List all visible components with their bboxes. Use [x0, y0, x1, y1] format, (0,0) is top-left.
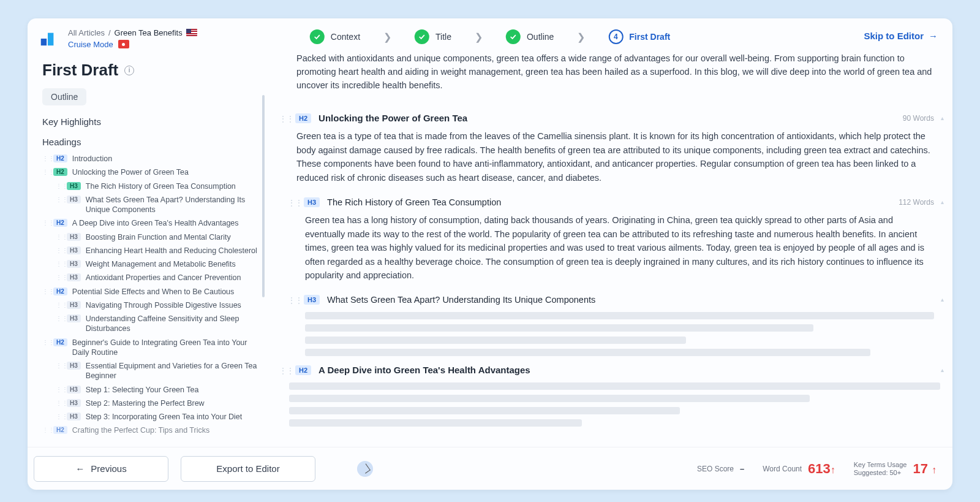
section-title[interactable]: The Rich History of Green Tea Consumptio… [327, 197, 501, 207]
drag-handle-icon[interactable]: ⋮⋮ [56, 247, 62, 254]
drag-handle-icon[interactable]: ⋮⋮ [42, 219, 48, 226]
breadcrumb: All Articles / Green Tea Benefits Cruise… [68, 28, 197, 49]
word-count-stat: Word Count 613↑ [763, 461, 835, 477]
tree-item-h3[interactable]: ⋮⋮H3What Sets Green Tea Apart? Understan… [42, 193, 260, 217]
section-h3: ⋮⋮ H3 What Sets Green Tea Apart? Underst… [305, 294, 940, 356]
stats-bar: SEO Score – Word Count 613↑ Key Terms Us… [697, 461, 937, 477]
tree-item-h3[interactable]: ⋮⋮H3Antioxidant Properties and Cancer Pr… [42, 271, 260, 284]
tree-item-h3[interactable]: ⋮⋮H3Step 1: Selecting Your Green Tea [42, 383, 260, 397]
tree-item-label: Step 3: Incorporating Green Tea into You… [86, 412, 243, 422]
drag-handle-icon[interactable]: ⋮⋮ [288, 199, 294, 207]
tree-item-h2[interactable]: ⋮⋮H2Beginner's Guide to Integrating Gree… [42, 336, 260, 360]
key-terms-value: 17 ↑ [913, 461, 937, 477]
skeleton-line [289, 382, 940, 390]
section-body[interactable]: Green tea is a type of tea that is made … [296, 123, 940, 188]
headings-label: Headings [42, 133, 260, 152]
key-highlights-link[interactable]: Key Highlights [42, 114, 260, 133]
tree-item-h3[interactable]: ⋮⋮H3Navigating Through Possible Digestiv… [42, 299, 260, 312]
tree-item-h3[interactable]: ⋮⋮H3Step 2: Mastering the Perfect Brew [42, 397, 260, 410]
drag-handle-icon[interactable]: ⋮⋮ [42, 288, 48, 295]
loading-skeleton [305, 312, 940, 356]
h3-tag: H3 [67, 386, 81, 394]
tree-item-h2[interactable]: ⋮⋮H2Unlocking the Power of Green Tea [42, 165, 260, 179]
export-to-editor-button[interactable]: Export to Editor [181, 456, 315, 482]
drag-handle-icon[interactable]: ⋮⋮ [56, 386, 62, 393]
drag-handle-icon[interactable]: ⋮⋮ [56, 274, 62, 281]
drag-handle-icon[interactable]: ⋮⋮ [56, 183, 62, 189]
h2-tag: H2 [53, 287, 67, 295]
tree-item-h2[interactable]: ⋮⋮H2A Deep Dive into Green Tea's Health … [42, 216, 260, 230]
button-label: Export to Editor [216, 463, 279, 474]
breadcrumb-current[interactable]: Green Tea Benefits [115, 28, 183, 37]
drag-handle-icon[interactable]: ⋮⋮ [56, 302, 62, 308]
h3-tag: H3 [67, 413, 81, 420]
cruise-mode-link[interactable]: Cruise Mode [68, 40, 113, 49]
step-number: 4 [608, 29, 623, 44]
scrollbar-thumb[interactable] [262, 95, 265, 297]
breadcrumb-root[interactable]: All Articles [68, 28, 105, 37]
word-count-value: 613↑ [808, 461, 835, 477]
tree-item-h3[interactable]: ⋮⋮H3Understanding Caffeine Sensitivity a… [42, 312, 260, 336]
drag-handle-icon[interactable]: ⋮⋮ [56, 234, 62, 240]
step-label: Context [331, 32, 360, 42]
chevron-up-icon[interactable]: ▴ [941, 199, 944, 205]
h3-tag: H3 [67, 182, 81, 190]
drag-handle-icon[interactable]: ⋮⋮ [56, 196, 62, 203]
tree-item-label: A Deep Dive into Green Tea's Health Adva… [72, 218, 239, 228]
previous-button[interactable]: ← Previous [34, 456, 168, 482]
section-title[interactable]: A Deep Dive into Green Tea's Health Adva… [318, 365, 530, 375]
tree-item-h3[interactable]: ⋮⋮H3Step 3: Incorporating Green Tea into… [42, 410, 260, 424]
section-title[interactable]: What Sets Green Tea Apart? Understanding… [327, 295, 595, 305]
tree-item-h3[interactable]: ⋮⋮H3Weight Management and Metabolic Bene… [42, 257, 260, 271]
section-body[interactable]: Green tea has a long history of consumpt… [305, 207, 940, 286]
chevron-up-icon[interactable]: ▴ [941, 367, 944, 373]
tree-item-h3[interactable]: ⋮⋮H3The Rich History of Green Tea Consum… [42, 180, 260, 193]
chevron-up-icon[interactable]: ▴ [941, 115, 944, 121]
step-outline[interactable]: Outline [506, 29, 554, 44]
skeleton-line [305, 324, 813, 332]
h3-tag: H3 [67, 196, 81, 203]
step-label: Outline [527, 32, 554, 42]
tree-item-label: What Sets Green Tea Apart? Understanding… [86, 195, 260, 215]
breadcrumb-sep: / [108, 28, 111, 37]
tree-item-label: Potential Side Effects and When to Be Ca… [72, 287, 235, 297]
step-title[interactable]: Title [415, 29, 451, 44]
drag-handle-icon[interactable]: ⋮⋮ [279, 367, 285, 375]
section-title[interactable]: Unlocking the Power of Green Tea [318, 113, 467, 123]
drag-handle-icon[interactable]: ⋮⋮ [56, 413, 62, 420]
drag-handle-icon[interactable]: ⋮⋮ [42, 169, 48, 175]
tree-item-label: Step 2: Mastering the Perfect Brew [86, 398, 205, 408]
tree-item-h2[interactable]: ⋮⋮H2Introduction [42, 152, 260, 165]
step-context[interactable]: Context [310, 29, 360, 44]
seo-score: SEO Score – [697, 464, 744, 473]
drag-handle-icon[interactable]: ⋮⋮ [288, 296, 294, 305]
app-window: All Articles / Green Tea Benefits Cruise… [28, 18, 952, 490]
drag-handle-icon[interactable]: ⋮⋮ [279, 115, 285, 123]
h2-tag: H2 [295, 365, 311, 375]
info-icon[interactable]: i [124, 66, 134, 75]
header: All Articles / Green Tea Benefits Cruise… [28, 18, 952, 52]
tree-item-label: Essential Equipment and Varieties for a … [86, 361, 260, 381]
tree-item-h3[interactable]: ⋮⋮H3Essential Equipment and Varieties fo… [42, 359, 260, 383]
tree-item-h2[interactable]: ⋮⋮H2Crafting the Perfect Cup: Tips and T… [42, 424, 260, 437]
word-count-badge: 112 Words [899, 198, 934, 207]
tree-item-h3[interactable]: ⋮⋮H3Enhancing Heart Health and Reducing … [42, 244, 260, 257]
drag-handle-icon[interactable]: ⋮⋮ [42, 427, 48, 433]
outline-tab[interactable]: Outline [42, 88, 86, 105]
step-first-draft[interactable]: 4 First Draft [608, 29, 670, 44]
tree-item-h3[interactable]: ⋮⋮H3Boosting Brain Function and Mental C… [42, 230, 260, 244]
drag-handle-icon[interactable]: ⋮⋮ [56, 315, 62, 322]
drag-handle-icon[interactable]: ⋮⋮ [42, 339, 48, 346]
check-icon [415, 29, 429, 44]
chevron-up-icon[interactable]: ▴ [941, 296, 944, 303]
step-label: First Draft [629, 32, 670, 42]
drag-handle-icon[interactable]: ⋮⋮ [56, 362, 62, 369]
drag-handle-icon[interactable]: ⋮⋮ [56, 261, 62, 267]
tree-item-label: Crafting the Perfect Cup: Tips and Trick… [72, 425, 209, 435]
h2-tag: H2 [295, 113, 311, 123]
tree-item-h2[interactable]: ⋮⋮H2Potential Side Effects and When to B… [42, 285, 260, 299]
skip-to-editor-button[interactable]: Skip to Editor → [864, 31, 938, 41]
drag-handle-icon[interactable]: ⋮⋮ [56, 400, 62, 406]
drag-handle-icon[interactable]: ⋮⋮ [42, 155, 48, 162]
tree-item-label: Boosting Brain Function and Mental Clari… [86, 232, 231, 242]
